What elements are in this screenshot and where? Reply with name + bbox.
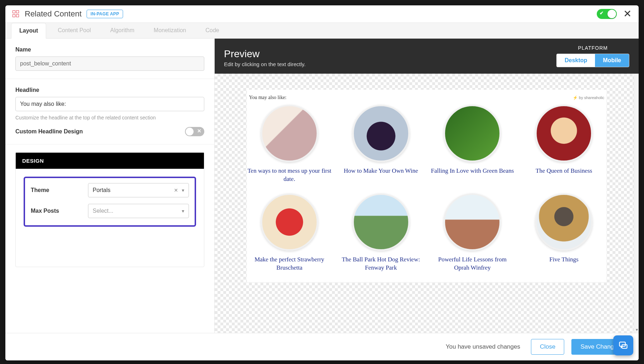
maxposts-select[interactable]: Select... ▾: [88, 204, 189, 218]
tab-layout[interactable]: Layout: [11, 23, 46, 39]
close-button[interactable]: Close: [531, 339, 564, 355]
preview-card-title: The Ball Park Hot Dog Review: Fenway Par…: [338, 256, 424, 272]
preview-card-title: How to Make Your Own Wine: [338, 167, 424, 175]
unsaved-changes-text: You have unsaved changes: [446, 343, 520, 350]
preview-card[interactable]: The Ball Park Hot Dog Review: Fenway Par…: [338, 193, 424, 272]
enable-toggle[interactable]: [597, 9, 617, 19]
tab-content-pool[interactable]: Content Pool: [50, 23, 99, 38]
preview-grid: Ten ways to not mess up your first date.…: [247, 105, 606, 272]
custom-headline-toggle[interactable]: ✕: [185, 127, 204, 136]
preview-card-title: The Queen of Business: [521, 167, 606, 175]
headline-input[interactable]: [15, 97, 204, 111]
preview-headline-text[interactable]: You may also like:: [249, 95, 287, 100]
related-content-modal: Related Content IN-PAGE APP ✕ Layout Con…: [5, 5, 639, 360]
preview-thumb: [261, 105, 318, 162]
headline-help: Customize the headline at the top of the…: [15, 115, 204, 120]
preview-subtitle: Edit by clicking on the text directly.: [224, 61, 306, 67]
maxposts-placeholder: Select...: [93, 208, 113, 214]
preview-card-title: Falling In Love with Green Beans: [430, 167, 515, 175]
modal-footer: You have unsaved changes Close Save Chan…: [5, 333, 639, 360]
theme-chevron-down-icon[interactable]: ▾: [182, 187, 184, 193]
modal-header: Related Content IN-PAGE APP ✕: [5, 5, 639, 23]
preview-card[interactable]: Make the perfect Strawberry Bruschetta: [247, 193, 332, 272]
preview-card[interactable]: Five Things: [521, 193, 606, 272]
preview-card-title: Make the perfect Strawberry Bruschetta: [247, 256, 332, 272]
preview-thumb: [352, 105, 410, 162]
preview-card[interactable]: How to Make Your Own Wine: [338, 105, 424, 183]
app-icon: [13, 10, 20, 18]
preview-header: Preview Edit by clicking on the text dir…: [215, 39, 639, 74]
preview-thumb: [352, 193, 410, 251]
design-section: DESIGN Theme Portals ✕ ▾: [15, 152, 204, 267]
preview-card[interactable]: Ten ways to not mess up your first date.: [247, 105, 332, 183]
preview-card[interactable]: The Queen of Business: [521, 105, 606, 183]
theme-select[interactable]: Portals ✕ ▾: [88, 183, 189, 197]
preview-card[interactable]: Falling In Love with Green Beans: [430, 105, 515, 183]
preview-card[interactable]: Powerful Life Lessons from Oprah Winfrey: [430, 193, 515, 272]
name-input[interactable]: [15, 56, 204, 71]
scroll-down-icon[interactable]: ▾: [636, 327, 638, 332]
platform-desktop-button[interactable]: Desktop: [557, 54, 595, 67]
preview-thumb: [535, 105, 592, 162]
design-highlight-box: Theme Portals ✕ ▾ Max Posts: [24, 177, 196, 227]
toggle-off-x-icon: ✕: [197, 128, 201, 134]
platform-label: PLATFORM: [556, 45, 629, 51]
config-panel: Name Headline Customize the headline at …: [5, 39, 215, 333]
preview-panel: Preview Edit by clicking on the text dir…: [215, 39, 639, 333]
preview-card-title: Five Things: [521, 256, 606, 264]
preview-thumb: [261, 193, 318, 251]
theme-label: Theme: [31, 187, 81, 193]
maxposts-chevron-down-icon[interactable]: ▾: [182, 208, 184, 214]
close-icon[interactable]: ✕: [623, 9, 631, 19]
tab-bar: Layout Content Pool Algorithm Monetizati…: [5, 23, 639, 39]
tab-monetization[interactable]: Monetization: [146, 23, 194, 38]
chat-widget-button[interactable]: [613, 335, 633, 355]
preview-canvas: You may also like: by shareaholic Ten wa…: [215, 74, 639, 333]
modal-title: Related Content: [25, 9, 82, 19]
preview-thumb: [444, 193, 501, 251]
theme-select-value: Portals: [93, 187, 111, 193]
preview-card-title: Ten ways to not mess up your first date.: [247, 167, 332, 183]
name-label: Name: [15, 46, 204, 53]
custom-headline-label: Custom Headline Design: [15, 128, 83, 135]
preview-thumb: [444, 105, 501, 162]
tab-algorithm[interactable]: Algorithm: [102, 23, 142, 38]
headline-label: Headline: [15, 87, 204, 93]
in-page-app-badge: IN-PAGE APP: [87, 10, 123, 18]
preview-thumb: [535, 193, 592, 251]
preview-brand: by shareaholic: [573, 95, 604, 100]
theme-clear-icon[interactable]: ✕: [174, 187, 178, 193]
design-section-title: DESIGN: [16, 153, 204, 169]
platform-segmented: Desktop Mobile: [556, 54, 629, 67]
preview-scrollbar[interactable]: [634, 74, 639, 333]
preview-card-title: Powerful Life Lessons from Oprah Winfrey: [430, 256, 515, 272]
tab-code[interactable]: Code: [197, 23, 227, 38]
platform-mobile-button[interactable]: Mobile: [595, 54, 629, 67]
preview-title: Preview: [224, 48, 306, 60]
maxposts-label: Max Posts: [31, 208, 81, 214]
